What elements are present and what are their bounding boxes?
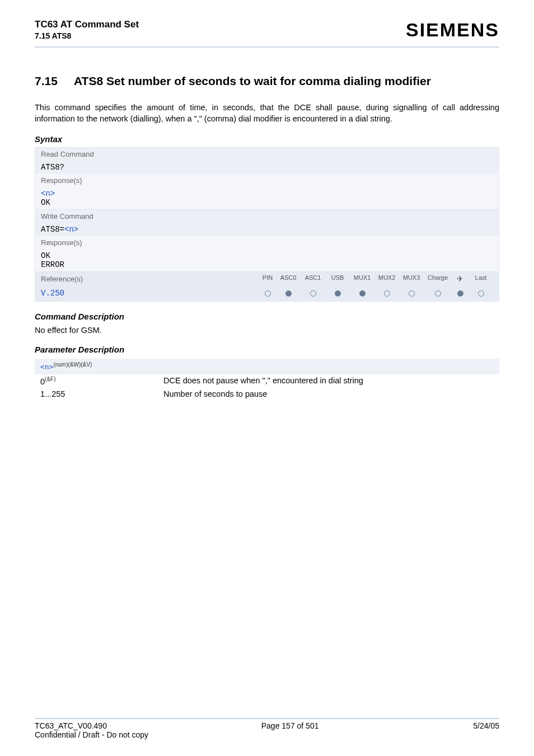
ref-col-asc1: ASC1 bbox=[301, 274, 325, 283]
param-row-1-value: 1...255 bbox=[40, 389, 163, 398]
param-row-1: 1...255 Number of seconds to pause bbox=[35, 388, 499, 400]
read-responses-label: Response(s) bbox=[35, 174, 499, 187]
brand-logo: SIEMENS bbox=[406, 19, 499, 41]
write-cmd-param[interactable]: <n> bbox=[64, 225, 78, 234]
section-heading: 7.15 ATS8 Set number of seconds to wait … bbox=[35, 74, 499, 88]
dot-empty-icon bbox=[409, 290, 415, 297]
ref-col-charge: Charge bbox=[424, 274, 452, 283]
dot-pin bbox=[259, 288, 276, 298]
reference-value[interactable]: V.250 bbox=[41, 289, 259, 298]
footer-left: TC63_ATC_V00.490 bbox=[35, 721, 107, 730]
read-response-ok: OK bbox=[41, 198, 493, 207]
reference-dots bbox=[259, 288, 493, 298]
reference-columns: PIN ASC0 ASC1 USB MUX1 MUX2 MUX3 Charge … bbox=[259, 274, 493, 283]
dot-filled-icon bbox=[457, 290, 463, 297]
param-row-0-val-sup: (&F) bbox=[45, 376, 55, 382]
header-rule bbox=[35, 46, 499, 48]
param-row-0: 0(&F) DCE does not pause when "," encoun… bbox=[35, 374, 499, 388]
footer-rule bbox=[35, 718, 499, 719]
command-description-text: No effect for GSM. bbox=[35, 326, 499, 335]
dot-mux3 bbox=[399, 288, 424, 298]
ref-col-asc0: ASC0 bbox=[276, 274, 301, 283]
dot-usb bbox=[325, 288, 350, 298]
dot-empty-icon bbox=[478, 290, 484, 297]
param-n-sup: (num)(&W)(&V) bbox=[53, 361, 92, 368]
ref-col-mux2: MUX2 bbox=[374, 274, 399, 283]
param-row-1-desc: Number of seconds to pause bbox=[163, 389, 499, 398]
dot-filled-icon bbox=[359, 290, 366, 297]
dot-last bbox=[469, 288, 493, 298]
write-response-body: OK ERROR bbox=[35, 249, 499, 271]
doc-subtitle: 7.15 ATS8 bbox=[35, 31, 139, 40]
section-number: 7.15 bbox=[35, 74, 74, 88]
write-cmd-prefix: ATS8= bbox=[41, 225, 64, 234]
write-command-label: Write Command bbox=[35, 210, 499, 223]
dot-empty-icon bbox=[435, 290, 441, 297]
ref-col-usb: USB bbox=[325, 274, 350, 283]
ref-col-mux1: MUX1 bbox=[350, 274, 374, 283]
page-header: TC63 AT Command Set 7.15 ATS8 SIEMENS bbox=[35, 19, 499, 41]
read-command-label: Read Command bbox=[35, 148, 499, 161]
footer-right: 5/24/05 bbox=[473, 721, 499, 730]
dot-empty-icon bbox=[265, 290, 271, 297]
read-response-body: <n> OK bbox=[35, 187, 499, 209]
ref-col-mux3: MUX3 bbox=[399, 274, 424, 283]
page-footer: TC63_ATC_V00.490 Page 157 of 501 5/24/05… bbox=[35, 718, 499, 739]
dot-empty-icon bbox=[310, 290, 316, 297]
dot-empty-icon bbox=[384, 290, 390, 297]
section-title-text: ATS8 Set number of seconds to wait for c… bbox=[74, 74, 431, 88]
footer-center: Page 157 of 501 bbox=[261, 721, 319, 730]
param-n-header: <n>(num)(&W)(&V) bbox=[35, 359, 499, 374]
ref-col-pin: PIN bbox=[259, 274, 276, 283]
syntax-box: Read Command ATS8? Response(s) <n> OK Wr… bbox=[35, 147, 499, 302]
dot-mux1 bbox=[350, 288, 374, 298]
dot-asc1 bbox=[301, 288, 325, 298]
dot-filled-icon bbox=[335, 290, 341, 297]
references-label: Reference(s) bbox=[41, 275, 259, 283]
param-row-0-value: 0(&F) bbox=[40, 376, 163, 386]
intro-paragraph: This command specifies the amount of tim… bbox=[35, 102, 499, 124]
command-description-heading: Command Description bbox=[35, 312, 499, 321]
param-row-0-val-text: 0 bbox=[40, 377, 45, 386]
parameter-description-heading: Parameter Description bbox=[35, 345, 499, 354]
ref-col-airplane: ✈ bbox=[452, 274, 469, 283]
ref-col-last: Last bbox=[469, 274, 493, 283]
doc-title: TC63 AT Command Set bbox=[35, 19, 139, 30]
reference-value-row: V.250 bbox=[35, 285, 499, 301]
dot-mux2 bbox=[374, 288, 399, 298]
syntax-heading: Syntax bbox=[35, 134, 499, 144]
read-response-n[interactable]: <n> bbox=[41, 189, 493, 198]
write-response-ok: OK bbox=[41, 251, 493, 260]
dot-airplane bbox=[452, 288, 469, 298]
param-row-0-desc: DCE does not pause when "," encountered … bbox=[163, 376, 499, 386]
dot-charge bbox=[424, 288, 452, 298]
write-response-error: ERROR bbox=[41, 260, 493, 269]
write-command-value: ATS8=<n> bbox=[35, 223, 499, 236]
footer-sub: Confidential / Draft - Do not copy bbox=[35, 730, 499, 739]
read-command-value: ATS8? bbox=[35, 161, 499, 174]
reference-header-row: Reference(s) PIN ASC0 ASC1 USB MUX1 MUX2… bbox=[35, 272, 499, 285]
dot-asc0 bbox=[276, 288, 301, 298]
airplane-icon: ✈ bbox=[457, 274, 463, 283]
param-n-name[interactable]: <n> bbox=[40, 363, 53, 372]
dot-filled-icon bbox=[285, 290, 292, 297]
write-responses-label: Response(s) bbox=[35, 236, 499, 249]
